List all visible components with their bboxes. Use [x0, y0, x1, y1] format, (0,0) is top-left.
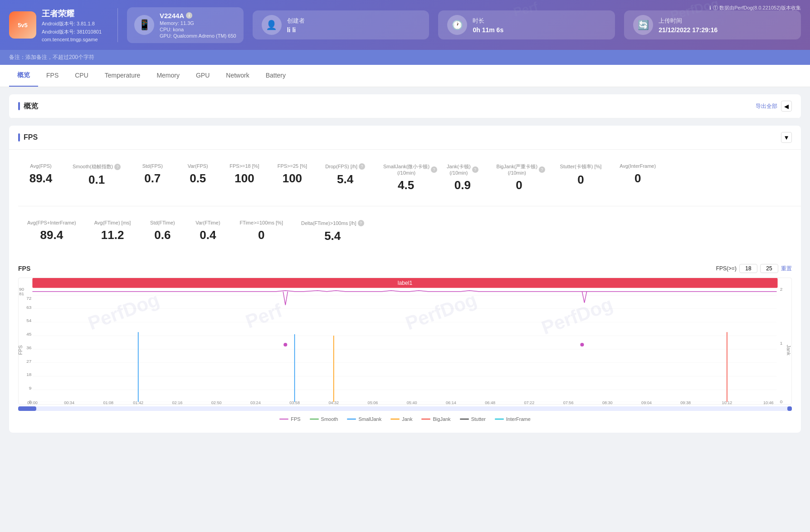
- reset-button[interactable]: 重置: [781, 265, 792, 273]
- svg-text:09:04: 09:04: [641, 400, 652, 404]
- stat-std-fps: Std(FPS) 0.7: [130, 159, 175, 197]
- stat-avg-fps-interframe: Avg(FPS+InterFrame) 89.4: [18, 215, 85, 248]
- fps-section: FPS ▼ Avg(FPS) 89.4 Smooth(稳帧指数)? 0.1 St…: [9, 126, 801, 433]
- notes-bar: 备注：添加备注，不超过200个字符: [0, 50, 810, 65]
- small-jank-legend-label: SmallJank: [358, 416, 381, 422]
- phone-icon: 📱: [134, 15, 154, 35]
- svg-text:2: 2: [780, 287, 783, 292]
- svg-text:07:22: 07:22: [524, 400, 534, 404]
- app-icon: 5v5: [9, 11, 36, 39]
- device-gpu: GPU: Qualcomm Adreno (TM) 650: [160, 33, 236, 39]
- svg-text:05:06: 05:06: [368, 400, 378, 404]
- smooth-help-icon[interactable]: ?: [114, 164, 121, 170]
- creator-card: 👤 创建者 li li: [253, 10, 429, 39]
- upload-icon: 🔄: [633, 15, 653, 35]
- svg-text:63: 63: [26, 305, 32, 310]
- chart-scrollbar[interactable]: [18, 406, 792, 411]
- legend-interframe: InterFrame: [495, 416, 531, 422]
- legend-smooth: Smooth: [310, 416, 338, 422]
- interframe-legend-label: InterFrame: [506, 416, 531, 422]
- stat-ftime-gte100: FTime>=100ms [%] 0: [230, 215, 292, 248]
- small-jank-legend-line: [347, 419, 356, 420]
- svg-text:Jank: Jank: [786, 345, 791, 356]
- device-info: V2244A i Memory: 11.3G CPU: kona GPU: Qu…: [160, 12, 236, 39]
- svg-text:72: 72: [26, 296, 32, 301]
- fps-chart[interactable]: PerfDog Perf PerfDog PerfDog label1 0 9 …: [18, 278, 792, 405]
- svg-text:05:40: 05:40: [407, 400, 417, 404]
- export-button[interactable]: 导出全部: [756, 102, 777, 110]
- stat-fps-gte25: FPS>=25 [%] 100: [268, 159, 316, 197]
- svg-text:10:12: 10:12: [722, 400, 732, 404]
- stat-delta-ftime: Delta(FTime)>100ms [/h]? 5.4: [292, 215, 373, 248]
- fps-chart-header: FPS FPS(>=) 重置: [18, 264, 792, 273]
- svg-text:81: 81: [19, 291, 24, 296]
- overview-collapse-button[interactable]: ◀: [781, 101, 792, 112]
- app-android-version: Android版本号: 3.81.1.8: [42, 20, 102, 27]
- fps-stats-row2: Avg(FPS+InterFrame) 89.4 Avg(FTime) [ms]…: [9, 206, 801, 257]
- creator-label: 创建者: [287, 17, 305, 25]
- overview-actions: 导出全部 ◀: [756, 101, 792, 112]
- tab-fps[interactable]: FPS: [38, 65, 67, 86]
- big-jank-legend-line: [421, 419, 430, 420]
- fps-chart-title: FPS: [18, 265, 30, 272]
- app-name: 王者荣耀: [42, 8, 102, 19]
- creator-info: 创建者 li li: [287, 17, 305, 34]
- stat-avg-fps: Avg(FPS) 89.4: [18, 159, 63, 197]
- chart-legend: FPS Smooth SmallJank Jank: [18, 413, 792, 425]
- stat-var-fps: Var(FPS) 0.5: [175, 159, 220, 197]
- clock-icon: 🕐: [447, 15, 467, 35]
- fps-chart-svg: label1 0 9 18 27 36 45 54 63 72 81 90: [19, 278, 791, 404]
- jank-help-icon[interactable]: ?: [472, 166, 478, 173]
- header: 5v5 王者荣耀 Android版本号: 3.81.1.8 Android版本号…: [0, 0, 810, 50]
- duration-label: 时长: [473, 17, 503, 25]
- svg-text:00:00: 00:00: [27, 400, 38, 404]
- svg-text:54: 54: [26, 318, 32, 323]
- small-jank-help-icon[interactable]: ?: [431, 166, 437, 173]
- big-jank-legend-label: BigJank: [433, 416, 450, 422]
- svg-text:45: 45: [26, 332, 32, 337]
- smooth-legend-line: [310, 419, 319, 420]
- notes-text: 备注：添加备注，不超过200个字符: [9, 54, 94, 60]
- tab-gpu[interactable]: GPU: [188, 65, 218, 86]
- svg-text:06:14: 06:14: [446, 400, 456, 404]
- stutter-legend-line: [460, 419, 469, 420]
- upload-value: 21/12/2022 17:29:16: [659, 26, 717, 34]
- nav-tabs: 概览 FPS CPU Temperature Memory GPU Networ…: [0, 65, 810, 87]
- drop-fps-help-icon[interactable]: ?: [359, 163, 365, 170]
- big-jank-help-icon[interactable]: ?: [539, 166, 545, 173]
- main-content: 概览 导出全部 ◀ FPS ▼ Avg(FPS) 89.4: [0, 87, 810, 447]
- stat-fps-gte18: FPS>=18 [%] 100: [220, 159, 268, 197]
- person-icon: 👤: [262, 15, 282, 35]
- creator-value: li li: [287, 26, 305, 34]
- stat-smooth: Smooth(稳帧指数)? 0.1: [63, 159, 130, 197]
- app-info: 5v5 王者荣耀 Android版本号: 3.81.1.8 Android版本号…: [9, 8, 118, 42]
- tab-temperature[interactable]: Temperature: [97, 65, 149, 86]
- stat-avg-ftime: Avg(FTime) [ms] 11.2: [85, 215, 140, 248]
- svg-text:04:32: 04:32: [328, 400, 339, 404]
- tab-battery[interactable]: Battery: [258, 65, 294, 86]
- fps-header: FPS ▼: [9, 126, 801, 150]
- fps-legend-line: [279, 419, 288, 420]
- svg-text:01:08: 01:08: [103, 400, 113, 404]
- fps-collapse-button[interactable]: ▼: [781, 132, 792, 143]
- svg-text:01:42: 01:42: [133, 400, 143, 404]
- svg-text:36: 36: [26, 345, 32, 350]
- fps-threshold-2[interactable]: [760, 264, 778, 273]
- svg-text:03:24: 03:24: [250, 400, 261, 404]
- interframe-legend-line: [495, 419, 504, 420]
- info-icon: ℹ: [709, 5, 711, 11]
- delta-ftime-help-icon[interactable]: ?: [358, 220, 364, 226]
- app-package: com.tencent.tmgp.sgame: [42, 37, 102, 42]
- svg-text:08:30: 08:30: [602, 400, 613, 404]
- svg-text:label1: label1: [398, 280, 413, 286]
- tab-memory[interactable]: Memory: [148, 65, 188, 86]
- stutter-legend-label: Stutter: [471, 416, 486, 422]
- svg-text:03:58: 03:58: [289, 400, 300, 404]
- tab-overview[interactable]: 概览: [9, 65, 38, 87]
- chart-scrollbar-thumb[interactable]: [18, 406, 36, 411]
- device-help-icon[interactable]: i: [186, 12, 192, 19]
- tab-cpu[interactable]: CPU: [67, 65, 97, 86]
- svg-text:0: 0: [780, 399, 783, 404]
- tab-network[interactable]: Network: [218, 65, 257, 86]
- fps-threshold-1[interactable]: [739, 264, 757, 273]
